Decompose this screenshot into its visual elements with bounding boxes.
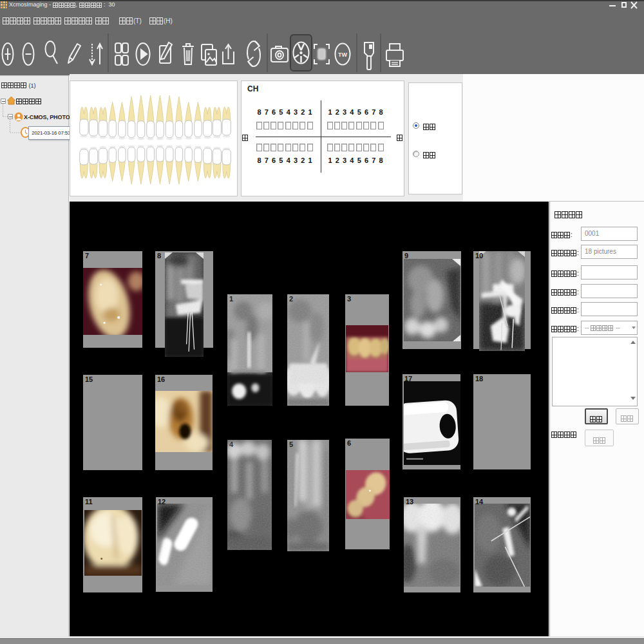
svg-text:TW: TW (338, 52, 347, 58)
